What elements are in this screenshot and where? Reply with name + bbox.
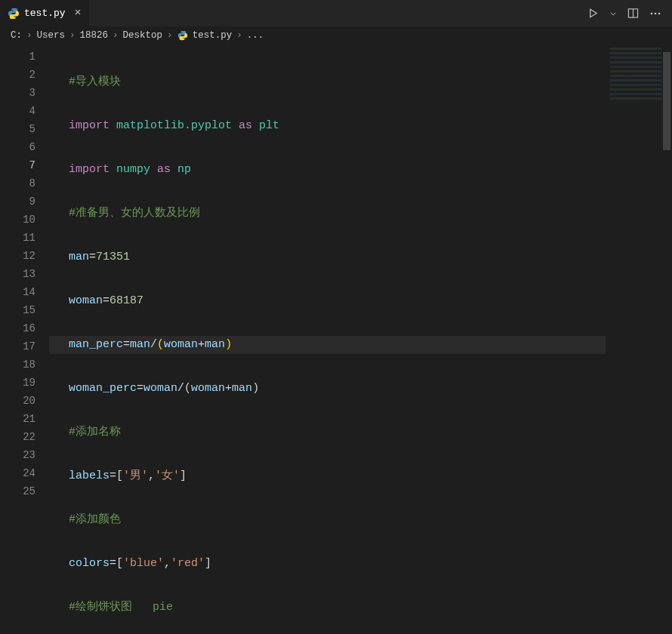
line-number: 4 (0, 102, 49, 120)
split-editor-icon[interactable] (627, 8, 639, 19)
line-number: 13 (0, 265, 49, 283)
minimap-canvas (610, 48, 667, 106)
code-area[interactable]: #导入模块 import matplotlib.pyplot as plt im… (49, 45, 606, 634)
line-number: 20 (0, 392, 49, 410)
crumb-desktop[interactable]: Desktop (123, 30, 163, 41)
svg-point-3 (655, 12, 657, 14)
line-number: 14 (0, 283, 49, 301)
tab-actions (587, 8, 672, 20)
line-number: 22 (0, 428, 49, 446)
code-line: #添加颜色 (49, 511, 606, 529)
line-number: 19 (0, 374, 49, 392)
line-number: 16 (0, 319, 49, 337)
crumb-file[interactable]: test.py (193, 30, 233, 41)
code-line: #添加名称 (49, 423, 606, 442)
chevron-right-icon: › (69, 30, 76, 41)
line-number: 18 (0, 355, 49, 374)
python-icon (8, 8, 20, 20)
line-number: 10 (0, 211, 49, 229)
line-number: 23 (0, 446, 49, 464)
line-number: 15 (0, 301, 49, 319)
code-line: import numpy as np (49, 161, 606, 179)
chevron-right-icon: › (113, 30, 119, 41)
line-number: 25 (0, 482, 49, 500)
tabs-bar: test.py × (0, 0, 672, 26)
crumb-18826[interactable]: 18826 (80, 30, 109, 41)
line-number-gutter: 1 2 3 4 5 6 7 8 9 10 11 12 13 14 15 16 1… (0, 45, 49, 634)
code-line: #准备男、女的人数及比例 (49, 205, 606, 223)
close-icon[interactable]: × (75, 8, 82, 19)
python-icon (177, 30, 188, 41)
line-number: 9 (0, 192, 49, 211)
editor: 1 2 3 4 5 6 7 8 9 10 11 12 13 14 15 16 1… (0, 45, 672, 634)
line-number: 1 (0, 48, 49, 66)
code-line: woman=68187 (49, 292, 606, 310)
code-line: #绘制饼状图 pie (49, 599, 606, 617)
breadcrumb: C: › Users › 18826 › Desktop › test.py ›… (0, 26, 672, 45)
chevron-right-icon: › (26, 30, 32, 41)
code-line: labels=['男','女'] (49, 467, 606, 485)
line-number: 12 (0, 247, 49, 265)
line-number: 6 (0, 138, 49, 156)
scrollbar-thumb[interactable] (663, 52, 670, 150)
line-number: 7 (0, 156, 49, 174)
tab-testpy[interactable]: test.py × (0, 0, 90, 26)
line-number: 2 (0, 66, 49, 84)
line-number: 5 (0, 120, 49, 138)
crumb-c[interactable]: C: (11, 30, 22, 41)
svg-point-2 (651, 12, 653, 14)
chevron-down-icon[interactable] (609, 10, 617, 17)
chevron-right-icon: › (167, 30, 173, 41)
crumb-users[interactable]: Users (37, 30, 66, 41)
code-line: woman_perc=woman/(woman+man) (49, 380, 606, 398)
line-number: 21 (0, 410, 49, 428)
line-number: 24 (0, 464, 49, 482)
code-line: man_perc=man/(woman+man) (49, 336, 606, 354)
chevron-right-icon: › (236, 30, 242, 41)
more-icon[interactable] (649, 8, 661, 20)
code-line: #导入模块 (49, 73, 606, 91)
tab-label: test.py (24, 8, 66, 19)
line-number: 3 (0, 84, 49, 102)
run-icon[interactable] (587, 8, 599, 19)
code-line: import matplotlib.pyplot as plt (49, 117, 606, 135)
line-number: 11 (0, 229, 49, 247)
crumb-more[interactable]: ... (247, 30, 264, 41)
svg-point-4 (658, 12, 661, 14)
code-line: colors=['blue','red'] (49, 555, 606, 573)
code-line: man=71351 (49, 248, 606, 266)
line-number: 17 (0, 337, 49, 355)
line-number: 8 (0, 174, 49, 192)
scrollbar-vertical[interactable] (661, 45, 672, 634)
